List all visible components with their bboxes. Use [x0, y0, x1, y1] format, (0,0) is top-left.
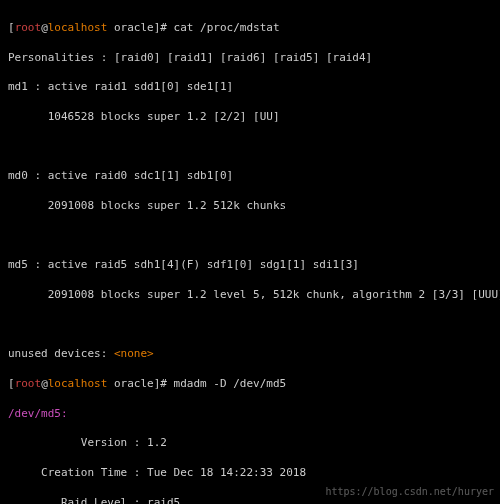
line: /dev/md5:	[8, 407, 492, 422]
line: 1046528 blocks super 1.2 [2/2] [UU]	[8, 110, 492, 125]
prompt-dir: oracle]#	[107, 377, 167, 390]
prompt-open: [	[8, 21, 15, 34]
none: <none>	[114, 347, 154, 360]
line: 2091008 blocks super 1.2 level 5, 512k c…	[8, 288, 492, 303]
line: md1 : active raid1 sdd1[0] sde1[1]	[8, 80, 492, 95]
blank	[8, 318, 492, 333]
cmd: cat /proc/mdstat	[174, 21, 280, 34]
line: unused devices: <none>	[8, 347, 492, 362]
line: 2091008 blocks super 1.2 512k chunks	[8, 199, 492, 214]
prompt-user: root	[15, 377, 42, 390]
prompt-at: @	[41, 377, 48, 390]
prompt-user: root	[15, 21, 42, 34]
line: md5 : active raid5 sdh1[4](F) sdf1[0] sd…	[8, 258, 492, 273]
line: md0 : active raid0 sdc1[1] sdb1[0]	[8, 169, 492, 184]
terminal[interactable]: [root@localhost oracle]# cat /proc/mdsta…	[0, 0, 500, 504]
watermark: https://blog.csdn.net/huryer	[325, 485, 494, 499]
line: [root@localhost oracle]# cat /proc/mdsta…	[8, 21, 492, 36]
prompt-dir: oracle]#	[107, 21, 167, 34]
prompt-open: [	[8, 377, 15, 390]
prompt-host: localhost	[48, 377, 108, 390]
prompt-at: @	[41, 21, 48, 34]
line: [root@localhost oracle]# mdadm -D /dev/m…	[8, 377, 492, 392]
kv: Creation Time : Tue Dec 18 14:22:33 2018	[8, 466, 492, 481]
prompt-host: localhost	[48, 21, 108, 34]
blank	[8, 229, 492, 244]
cmd: mdadm -D /dev/md5	[174, 377, 287, 390]
line: Personalities : [raid0] [raid1] [raid6] …	[8, 51, 492, 66]
blank	[8, 140, 492, 155]
kv: Version : 1.2	[8, 436, 492, 451]
